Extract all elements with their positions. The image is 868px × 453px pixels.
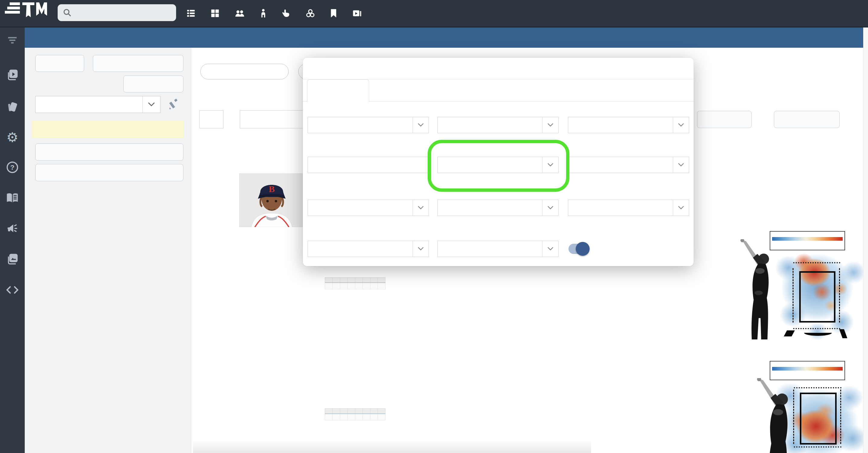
pitch-frequency-legend-1: [770, 231, 845, 250]
tab-page-settings[interactable]: [307, 79, 369, 102]
nav-item-shortcuts[interactable]: [330, 9, 341, 18]
zone-dash-left-2: [793, 390, 794, 444]
gear-icon[interactable]: ⚙: [6, 131, 19, 144]
player-description-font-size-select[interactable]: [568, 117, 689, 133]
tab-grid-sizing[interactable]: [377, 79, 431, 102]
player-description-alignment-select[interactable]: [437, 117, 559, 133]
filter-icon[interactable]: [6, 34, 19, 47]
copy-report-button[interactable]: [123, 76, 183, 92]
settings-modal: [303, 58, 694, 266]
title-horizontal-alignment-select[interactable]: [437, 200, 559, 216]
title-background-color-select[interactable]: [568, 157, 689, 173]
book-icon[interactable]: [6, 192, 19, 205]
report-select[interactable]: [35, 96, 160, 113]
svg-text:?: ?: [10, 163, 14, 171]
playlists-media-icon: [352, 9, 362, 18]
frequency-gradient-bar: [772, 367, 843, 371]
new-report-button[interactable]: [35, 55, 84, 72]
col-spin: [370, 408, 378, 414]
scores-grid-icon: [211, 9, 220, 18]
zone-dots-bottom-1: [793, 328, 840, 329]
chevron-down-icon: [673, 200, 689, 216]
player-headshot: B: [239, 173, 305, 228]
canvas-bottom-fade: [193, 440, 591, 453]
left-icon-rail: ⚙ ?: [0, 27, 25, 453]
player-handedness-color-l-select[interactable]: [568, 200, 689, 216]
chevron-down-icon: [673, 157, 689, 173]
video-playlist-icon[interactable]: [6, 68, 19, 82]
print-filters-toggle[interactable]: [568, 244, 588, 254]
pitch-stats-table-2sfb: [325, 408, 385, 420]
page-number-input[interactable]: [199, 110, 223, 129]
page-title-input[interactable]: [308, 157, 429, 173]
pitch-frequency-legend-2: [770, 361, 845, 380]
strike-zone-2: [800, 393, 837, 445]
table-row: [325, 414, 385, 420]
new-from-template-button[interactable]: [93, 55, 183, 72]
bookmark-icon: [330, 9, 337, 18]
zone-dash-left-1: [793, 268, 794, 322]
col-vel: [340, 408, 348, 414]
col-indvertbrk: [348, 408, 355, 414]
save-template-button[interactable]: [697, 111, 752, 128]
page-list-row-1[interactable]: [32, 121, 184, 138]
trumedia-logo[interactable]: [3, 1, 51, 26]
player-handedness-color-r-select[interactable]: [308, 241, 429, 257]
strike-zone-1: [799, 271, 835, 322]
add-new-page-from-template-button[interactable]: [35, 164, 183, 181]
search-icon: [63, 8, 72, 17]
app-root: ⚙ ?: [0, 0, 868, 453]
zone-dots-top-1: [793, 262, 840, 263]
chevron-down-icon: [673, 117, 689, 133]
trumedia-logo-icon: [3, 1, 48, 18]
help-icon[interactable]: ?: [6, 161, 19, 174]
search-input[interactable]: [58, 4, 176, 21]
chevron-down-icon: [412, 200, 429, 216]
toggle-thumb: [576, 242, 590, 256]
zone-dash-right-1: [839, 268, 840, 322]
chevron-down-icon: [542, 241, 558, 257]
nav-item-umpires[interactable]: [282, 9, 294, 18]
filter-chip-game-type[interactable]: [200, 64, 289, 79]
edit-pencil-icon[interactable]: [168, 98, 180, 112]
report-header-bar: [25, 27, 868, 48]
frequency-gradient-bar: [772, 237, 843, 241]
svg-text:B: B: [269, 184, 275, 194]
nav-item-players[interactable]: [260, 9, 270, 18]
chevron-down-icon: [142, 96, 160, 113]
col-vertapprangle: [363, 408, 370, 414]
code-icon[interactable]: [6, 283, 19, 296]
chevron-down-icon: [542, 157, 558, 173]
teams-people-icon: [235, 9, 245, 18]
megaphone-icon[interactable]: [6, 222, 19, 235]
player-handedness-color-s-select[interactable]: [437, 241, 559, 257]
col-velmin: [325, 278, 333, 283]
col-indvertbrk: [348, 278, 355, 283]
nav-item-playlists[interactable]: [352, 9, 366, 18]
list-templates-button[interactable]: [774, 111, 840, 128]
nav-item-standings[interactable]: [186, 9, 199, 18]
col-vertapprangle: [363, 278, 370, 283]
chevron-down-icon: [542, 200, 558, 216]
col-velmin: [325, 408, 333, 414]
nav-item-league[interactable]: [306, 9, 318, 18]
chevron-down-icon: [412, 241, 429, 257]
col-horzbrk: [355, 278, 363, 283]
add-new-page-button[interactable]: [35, 143, 183, 161]
umpire-hand-icon: [282, 9, 291, 18]
col-velmax: [333, 408, 340, 414]
title-text-color-select[interactable]: [437, 157, 559, 173]
col-velmax: [333, 278, 340, 283]
nav-item-teams[interactable]: [235, 9, 249, 18]
title-font-size-select[interactable]: [308, 200, 429, 216]
pitch-stats-table-4sfb: [325, 277, 385, 289]
nav-item-scores[interactable]: [211, 9, 223, 18]
swatches-icon[interactable]: [6, 100, 19, 114]
zone-dash-right-2: [840, 390, 841, 444]
player-person-icon: [260, 9, 267, 18]
gallery-icon[interactable]: [6, 252, 19, 266]
top-nav: [0, 0, 868, 27]
scrollbar-track[interactable]: [863, 27, 868, 453]
zone-dots-top-2: [794, 387, 841, 388]
player-description-format-select[interactable]: [308, 117, 429, 133]
